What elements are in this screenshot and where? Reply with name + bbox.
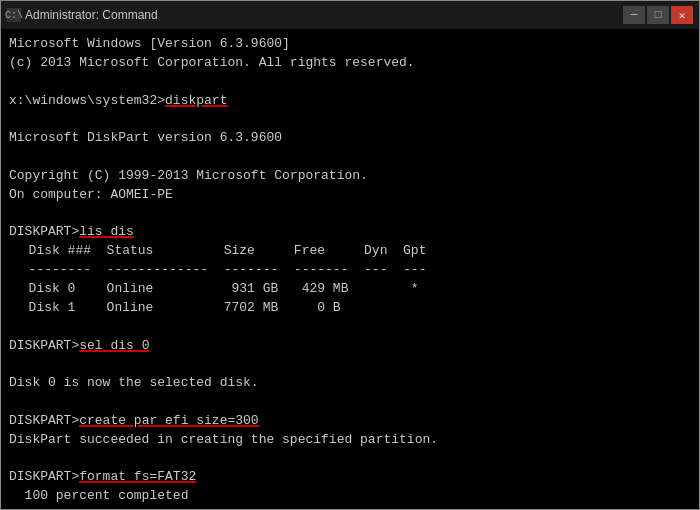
cmd-diskpart-text: diskpart [165,92,227,111]
line-disk0selected: Disk 0 is now the selected disk. [9,374,691,393]
line-version: Microsoft DiskPart version 6.3.9600 [9,129,691,148]
line-computer: On computer: AOMEI-PE [9,186,691,205]
cmd-format-text: format fs=FAT32 [79,468,196,487]
line-blank-4 [9,205,691,224]
line-blank-1 [9,73,691,92]
cmd-createpar-text: create par efi size=300 [79,412,258,431]
line-blank-9 [9,506,691,509]
prompt-5: DISKPART> [9,468,79,487]
line-blank-8 [9,450,691,469]
line-2: (c) 2013 Microsoft Corporation. All righ… [9,54,691,73]
prompt-1: x:\windows\system32> [9,92,165,111]
line-blank-6 [9,355,691,374]
cmd-seldis-text: sel dis 0 [79,337,149,356]
prompt-3: DISKPART> [9,337,79,356]
window-controls: ─ □ ✕ [623,6,693,24]
close-button[interactable]: ✕ [671,6,693,24]
cmd-format: DISKPART> format fs=FAT32 [9,468,691,487]
cmd-lisdis: DISKPART> lis dis [9,223,691,242]
maximize-button[interactable]: □ [647,6,669,24]
line-percent: 100 percent completed [9,487,691,506]
window-title: Administrator: Command [25,8,158,22]
terminal-body[interactable]: Microsoft Windows [Version 6.3.9600] (c)… [1,29,699,509]
table-divider: -------- ------------- ------- ------- -… [13,261,691,280]
line-created1: DiskPart succeeded in creating the speci… [9,431,691,450]
line-blank-2 [9,110,691,129]
cmd-icon: C:\ [7,8,21,22]
cmd-window: C:\ Administrator: Command ─ □ ✕ Microso… [0,0,700,510]
minimize-button[interactable]: ─ [623,6,645,24]
line-1: Microsoft Windows [Version 6.3.9600] [9,35,691,54]
line-blank-7 [9,393,691,412]
cmd-lisdis-text: lis dis [79,223,134,242]
table-row-0: Disk 0 Online 931 GB 429 MB * [13,280,691,299]
disk-table: Disk ### Status Size Free Dyn Gpt ------… [13,242,691,317]
cmd-diskpart: x:\windows\system32>diskpart [9,92,691,111]
line-copyright: Copyright (C) 1999-2013 Microsoft Corpor… [9,167,691,186]
prompt-4: DISKPART> [9,412,79,431]
table-header: Disk ### Status Size Free Dyn Gpt [13,242,691,261]
table-row-1: Disk 1 Online 7702 MB 0 B [13,299,691,318]
title-bar: C:\ Administrator: Command ─ □ ✕ [1,1,699,29]
prompt-2: DISKPART> [9,223,79,242]
line-blank-5 [9,318,691,337]
title-bar-left: C:\ Administrator: Command [7,8,158,22]
cmd-createpar: DISKPART> create par efi size=300 [9,412,691,431]
line-blank-3 [9,148,691,167]
cmd-seldis: DISKPART> sel dis 0 [9,337,691,356]
